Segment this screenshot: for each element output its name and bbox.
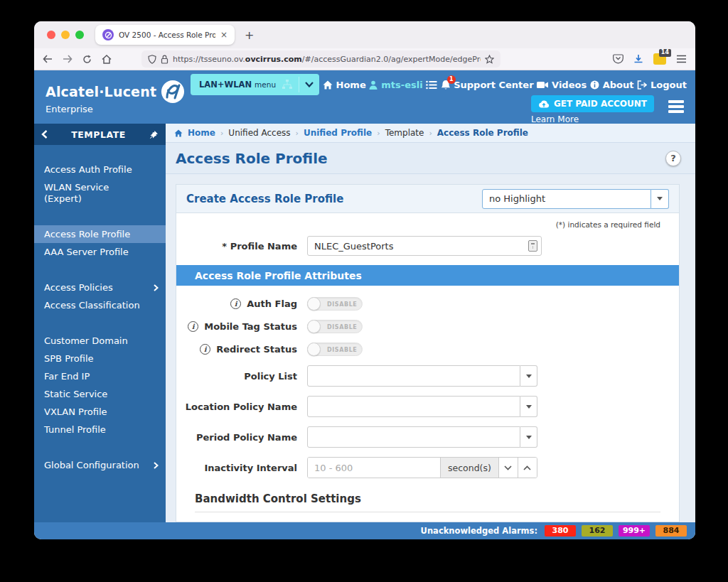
sidebar-item-far-end-ip[interactable]: Far End IP: [34, 367, 166, 385]
highlight-combobox[interactable]: no Highlight: [482, 189, 669, 209]
panel-title: Create Access Role Profile: [186, 193, 343, 205]
app-menu-hamburger-icon[interactable]: [668, 100, 684, 113]
nav-support-center[interactable]: Support Center: [454, 80, 533, 90]
new-tab-button[interactable]: +: [245, 28, 254, 42]
paid-account-group: GET PAID ACCOUNT Learn More: [531, 95, 654, 124]
breadcrumb-unified-access: Unified Access: [228, 128, 290, 138]
address-field[interactable]: https://tsseuno.ov.ovcirrus.com/#/access…: [141, 50, 500, 68]
dropdown-button[interactable]: [520, 365, 537, 387]
sidebar-item-wlan-service-expert[interactable]: WLAN Service (Expert): [34, 178, 166, 208]
sidebar-item-access-role-profile[interactable]: Access Role Profile: [34, 225, 166, 243]
info-icon[interactable]: i: [188, 321, 198, 332]
auth-flag-toggle[interactable]: DISABLE: [307, 297, 363, 311]
url-text: https://tsseuno.ov.ovcirrus.com/#/access…: [173, 55, 481, 64]
nav-list-icon-button[interactable]: [426, 80, 437, 90]
zoom-window-button[interactable]: [75, 31, 84, 39]
menu-hamburger-icon[interactable]: [676, 55, 687, 63]
breadcrumb-separator: ›: [296, 129, 299, 138]
sidebar-item-access-classification[interactable]: Access Classification: [34, 296, 166, 314]
nav-logout[interactable]: Logout: [637, 80, 687, 90]
alarm-badge-warning[interactable]: 884: [655, 525, 687, 537]
inactivity-interval-input[interactable]: [308, 458, 440, 478]
redirect-status-toggle[interactable]: DISABLE: [307, 343, 363, 356]
network-icon: [282, 79, 293, 90]
top-nav-row: LAN+WLAN menu Home mts-esli 1 Support Ce…: [191, 73, 687, 96]
reload-icon[interactable]: [82, 55, 92, 64]
lock-icon[interactable]: [161, 55, 168, 64]
brand-subtitle: Enterprise: [46, 104, 185, 114]
browser-window: OV 2500 - Access Role Profile × + https:…: [34, 21, 695, 539]
step-down-button[interactable]: [498, 458, 518, 478]
interval-unit: second(s): [440, 458, 498, 478]
autofill-icon[interactable]: [528, 240, 537, 252]
info-icon[interactable]: i: [230, 298, 241, 309]
screen-background: OV 2500 - Access Role Profile × + https:…: [0, 0, 728, 582]
url-bar: https://tsseuno.ov.ovcirrus.com/#/access…: [34, 48, 695, 70]
sidebar-title: TEMPLATE: [48, 129, 149, 140]
logout-icon: [637, 80, 647, 90]
period-policy-row: Period Policy Name: [195, 426, 660, 448]
alarm-badge-major[interactable]: 162: [582, 525, 613, 537]
alarm-badge-minor[interactable]: 999+: [619, 525, 650, 537]
tab-close-icon[interactable]: ×: [220, 30, 228, 40]
sidebar-item-access-policies[interactable]: Access Policies: [34, 279, 166, 296]
learn-more-link[interactable]: Learn More: [531, 114, 654, 124]
collapse-chevron-left-icon[interactable]: [41, 130, 48, 139]
breadcrumb-unified-profile[interactable]: Unified Profile: [304, 128, 372, 138]
sidebar-item-tunnel-profile[interactable]: Tunnel Profile: [34, 421, 166, 438]
nav-notifications-button[interactable]: 1: [441, 80, 451, 90]
pin-icon[interactable]: [149, 130, 159, 139]
sidebar-item-global-configuration[interactable]: Global Configuration: [34, 456, 166, 474]
location-policy-select[interactable]: [307, 396, 537, 417]
auth-flag-label: Auth Flag: [247, 298, 297, 309]
nav-user[interactable]: mts-esli: [369, 80, 422, 90]
mobile-tag-status-toggle[interactable]: DISABLE: [307, 320, 363, 333]
browser-tab[interactable]: OV 2500 - Access Role Profile ×: [95, 25, 235, 45]
mobile-tag-status-row: iMobile Tag Status DISABLE: [195, 320, 660, 333]
pocket-icon[interactable]: [613, 54, 623, 64]
help-icon[interactable]: ?: [665, 151, 681, 166]
browser-home-icon[interactable]: [102, 55, 112, 64]
bookmark-star-icon[interactable]: [485, 55, 494, 64]
dropdown-button[interactable]: [520, 426, 537, 448]
breadcrumb-home[interactable]: Home: [188, 128, 215, 138]
minimize-window-button[interactable]: [61, 31, 70, 39]
profile-name-label: * Profile Name: [195, 241, 307, 252]
alarm-badge-critical[interactable]: 380: [545, 525, 576, 537]
brand-logo: Alcatel·Lucent Enterprise: [46, 80, 185, 114]
auth-flag-row: iAuth Flag DISABLE: [195, 297, 660, 311]
breadcrumb-separator: ›: [220, 129, 223, 138]
nav-about[interactable]: About: [590, 80, 634, 90]
period-policy-select[interactable]: [307, 426, 537, 448]
extension-icon[interactable]: 14: [653, 53, 666, 65]
location-policy-label: Location Policy Name: [195, 402, 307, 412]
lan-wlan-menu-button[interactable]: LAN+WLAN menu: [191, 74, 319, 95]
nav-home[interactable]: Home: [323, 80, 366, 90]
tracking-shield-icon[interactable]: [148, 55, 156, 64]
caret-down-icon: [526, 405, 532, 409]
info-icon[interactable]: i: [200, 344, 210, 355]
panel-body: (*) indicates a required field * Profile…: [176, 213, 679, 522]
highlight-dropdown-button[interactable]: [651, 189, 669, 209]
sidebar-item-customer-domain[interactable]: Customer Domain: [34, 332, 166, 350]
sidebar-item-aaa-server-profile[interactable]: AAA Server Profile: [34, 243, 166, 261]
dropdown-button[interactable]: [520, 396, 537, 417]
sidebar-item-static-service[interactable]: Static Service: [34, 385, 166, 403]
sidebar-item-access-auth-profile[interactable]: Access Auth Profile: [34, 161, 166, 178]
profile-name-input[interactable]: [307, 236, 542, 256]
chevron-right-icon: [154, 284, 159, 291]
tab-strip: OV 2500 - Access Role Profile × +: [34, 21, 695, 48]
back-icon[interactable]: [43, 55, 53, 63]
forward-icon[interactable]: [63, 55, 73, 63]
step-up-button[interactable]: [518, 458, 537, 478]
policy-list-select[interactable]: [307, 365, 537, 387]
sidebar-item-vxlan-profile[interactable]: VXLAN Profile: [34, 403, 166, 421]
close-window-button[interactable]: [47, 31, 55, 39]
breadcrumb: Home › Unified Access › Unified Profile …: [166, 124, 695, 143]
get-paid-account-button[interactable]: GET PAID ACCOUNT: [531, 95, 654, 112]
sidebar-item-spb-profile[interactable]: SPB Profile: [34, 350, 166, 367]
nav-videos[interactable]: Videos: [537, 80, 587, 90]
downloads-icon[interactable]: [633, 54, 643, 64]
user-icon: [369, 80, 378, 90]
notification-badge: 1: [447, 75, 456, 84]
